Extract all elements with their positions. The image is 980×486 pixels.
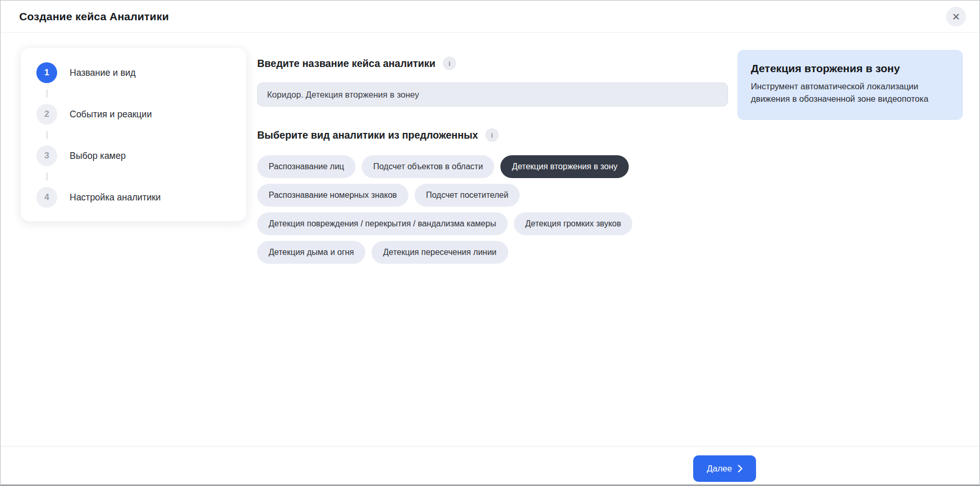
chip-line-crossing-detection[interactable]: Детекция пересечения линии bbox=[372, 241, 508, 264]
chip-face-recognition[interactable]: Распознавание лиц bbox=[257, 155, 355, 178]
case-name-input[interactable] bbox=[257, 83, 728, 106]
chevron-right-icon bbox=[738, 465, 743, 473]
chip-license-plate-recognition[interactable]: Распознавание номерных знаков bbox=[257, 184, 408, 207]
close-button[interactable]: ✕ bbox=[946, 7, 966, 26]
step-item-analytics-settings[interactable]: 4 Настройка аналитики bbox=[36, 187, 231, 208]
main-form: Введите название кейса аналитики i Выбер… bbox=[257, 57, 728, 264]
step-connector bbox=[46, 172, 48, 181]
step-number-badge: 4 bbox=[36, 187, 57, 208]
info-panel-description: Инструмент автоматической локализации дв… bbox=[751, 80, 948, 105]
stepper-card: 1 Название и вид 2 События и реакции 3 В… bbox=[20, 47, 247, 222]
step-label: События и реакции bbox=[70, 109, 152, 120]
step-label: Название и вид bbox=[70, 68, 136, 78]
step-connector bbox=[46, 89, 48, 98]
info-icon[interactable]: i bbox=[443, 57, 456, 70]
analytics-type-chips: Распознавание лиц Подсчет объектов в обл… bbox=[257, 155, 728, 264]
chip-loud-sound-detection[interactable]: Детекция громких звуков bbox=[514, 212, 633, 235]
step-label: Настройка аналитики bbox=[70, 192, 161, 203]
chip-object-counting-area[interactable]: Подсчет объектов в области bbox=[362, 155, 494, 178]
step-connector bbox=[46, 131, 48, 139]
analytics-info-panel: Детекция вторжения в зону Инструмент авт… bbox=[737, 50, 963, 120]
next-button-label: Далее bbox=[707, 464, 732, 474]
step-label: Выбор камер bbox=[70, 151, 126, 161]
step-item-events-and-reactions[interactable]: 2 События и реакции bbox=[36, 104, 231, 125]
step-item-name-and-type[interactable]: 1 Название и вид bbox=[36, 62, 231, 83]
chip-camera-tampering-detection[interactable]: Детекция повреждения / перекрытия / ванд… bbox=[257, 212, 508, 235]
analytics-type-section-title: Выберите вид аналитики из предложенных bbox=[257, 129, 478, 141]
step-number-badge: 2 bbox=[36, 104, 57, 125]
close-icon: ✕ bbox=[952, 12, 960, 22]
next-button[interactable]: Далее bbox=[693, 455, 756, 482]
modal-header: Создание кейса Аналитики bbox=[1, 1, 979, 33]
page-title: Создание кейса Аналитики bbox=[19, 10, 169, 23]
chip-smoke-fire-detection[interactable]: Детекция дыма и огня bbox=[257, 241, 365, 264]
footer-divider bbox=[1, 446, 979, 447]
info-icon[interactable]: i bbox=[485, 128, 499, 142]
case-name-section-title: Введите название кейса аналитики bbox=[257, 58, 435, 70]
step-number-badge: 3 bbox=[36, 145, 57, 166]
chip-visitor-counting[interactable]: Подсчет посетителей bbox=[415, 184, 520, 207]
step-item-camera-selection[interactable]: 3 Выбор камер bbox=[36, 145, 231, 166]
info-panel-title: Детекция вторжения в зону bbox=[751, 62, 949, 75]
chip-zone-intrusion-detection[interactable]: Детекция вторжения в зону bbox=[500, 155, 629, 178]
step-number-badge: 1 bbox=[36, 62, 57, 83]
